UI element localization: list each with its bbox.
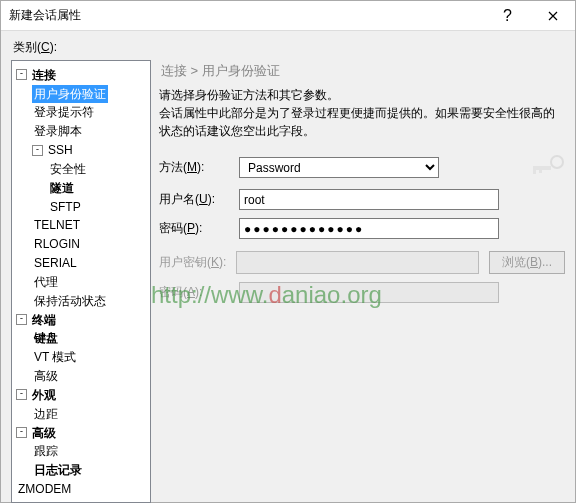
tree-serial[interactable]: SERIAL — [32, 254, 79, 272]
pubkey-label: 用户密钥(K): — [159, 254, 226, 271]
tree-connection[interactable]: 连接 — [30, 66, 58, 84]
password-label: 密码(P): — [159, 220, 239, 237]
password-input[interactable] — [239, 218, 499, 239]
toggle-icon[interactable]: - — [16, 69, 27, 80]
tree-trace[interactable]: 跟踪 — [32, 442, 60, 460]
method-select[interactable]: Password — [239, 157, 439, 178]
close-button[interactable] — [530, 1, 575, 30]
category-tree[interactable]: -连接 用户身份验证 登录提示符 登录脚本 -SSH 安全性 隧道 SFTP — [11, 60, 151, 503]
tree-terminal[interactable]: 终端 — [30, 311, 58, 329]
key-icon — [531, 154, 565, 181]
tree-tunnel[interactable]: 隧道 — [48, 179, 76, 197]
toggle-icon[interactable]: - — [32, 145, 43, 156]
help-button[interactable]: ? — [485, 1, 530, 30]
tree-vt[interactable]: VT 模式 — [32, 348, 78, 366]
tree-login-script[interactable]: 登录脚本 — [32, 122, 84, 140]
svg-rect-1 — [533, 166, 551, 170]
category-label: 类别(C): — [13, 39, 565, 56]
tree-adv-term[interactable]: 高级 — [32, 367, 60, 385]
tree-auth[interactable]: 用户身份验证 — [32, 85, 108, 103]
passphrase-input — [239, 282, 499, 303]
description: 请选择身份验证方法和其它参数。 会话属性中此部分是为了登录过程更便捷而提供的。如… — [159, 86, 565, 140]
pubkey-field — [236, 251, 479, 274]
toggle-icon[interactable]: - — [16, 314, 27, 325]
tree-keepalive[interactable]: 保持活动状态 — [32, 292, 108, 310]
svg-rect-3 — [539, 170, 542, 173]
tree-appearance[interactable]: 外观 — [30, 386, 58, 404]
browse-button: 浏览(B)... — [489, 251, 565, 274]
tree-advanced[interactable]: 高级 — [30, 424, 58, 442]
toggle-icon[interactable]: - — [16, 427, 27, 438]
tree-logging[interactable]: 日志记录 — [32, 461, 84, 479]
tree-zmodem[interactable]: ZMODEM — [16, 480, 73, 498]
username-label: 用户名(U): — [159, 191, 239, 208]
passphrase-label: 密码(A): — [159, 284, 239, 301]
tree-proxy[interactable]: 代理 — [32, 273, 60, 291]
toggle-icon[interactable]: - — [16, 389, 27, 400]
tree-keyboard[interactable]: 键盘 — [32, 329, 60, 347]
username-input[interactable] — [239, 189, 499, 210]
method-label: 方法(M): — [159, 159, 239, 176]
tree-login-prompt[interactable]: 登录提示符 — [32, 103, 96, 121]
breadcrumb: 连接 > 用户身份验证 — [159, 60, 565, 86]
tree-sftp[interactable]: SFTP — [48, 198, 83, 216]
tree-rlogin[interactable]: RLOGIN — [32, 235, 82, 253]
tree-security[interactable]: 安全性 — [48, 160, 88, 178]
svg-point-0 — [551, 156, 563, 168]
svg-rect-2 — [533, 170, 536, 174]
tree-ssh[interactable]: SSH — [46, 141, 75, 159]
tree-margin[interactable]: 边距 — [32, 405, 60, 423]
window-title: 新建会话属性 — [9, 7, 485, 24]
tree-telnet[interactable]: TELNET — [32, 216, 82, 234]
